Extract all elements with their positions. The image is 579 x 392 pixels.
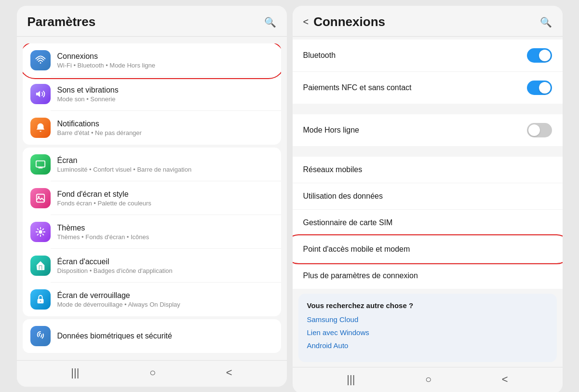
bluetooth-toggle[interactable]	[527, 48, 552, 63]
verrouillage-sublabel: Mode de déverrouillage • Always On Displ…	[57, 301, 273, 308]
fond-sublabel: Fonds écran • Palette de couleurs	[57, 200, 273, 207]
settings-item-sons[interactable]: Sons et vibrations Mode son • Sonnerie	[23, 77, 281, 111]
verrouillage-text: Écran de verrouillage Mode de déverrouil…	[57, 291, 273, 308]
settings-item-accueil[interactable]: Écran d'accueil Disposition • Badges d'i…	[23, 249, 281, 283]
left-panel-title: Paramètres	[27, 14, 96, 29]
biometrie-icon	[30, 326, 51, 346]
settings-item-verrouillage[interactable]: Écran de verrouillage Mode de déverrouil…	[23, 283, 281, 316]
detail-item-reseaux[interactable]: Réseaux mobiles	[293, 157, 563, 183]
right-bottom-nav: ||| ○ <	[293, 367, 563, 392]
nfc-label: Paiements NFC et sans contact	[303, 83, 412, 92]
section-group-1: Connexions Wi-Fi • Bluetooth • Mode Hors…	[23, 43, 281, 145]
detail-section-2: Mode Hors ligne	[293, 114, 563, 146]
connexions-sublabel: Wi-Fi • Bluetooth • Mode Hors ligne	[57, 62, 273, 69]
notifications-text: Notifications Barre d'état • Ne pas déra…	[57, 120, 273, 136]
suggestion-link-windows[interactable]: Lien avec Windows	[307, 328, 548, 337]
accueil-label: Écran d'accueil	[57, 257, 273, 266]
detail-item-utilisation[interactable]: Utilisation des données	[293, 183, 563, 210]
svg-point-0	[40, 62, 41, 64]
notifications-label: Notifications	[57, 120, 273, 128]
suggestion-title: Vous recherchez autre chose ?	[307, 301, 548, 310]
sons-text: Sons et vibrations Mode son • Sonnerie	[57, 86, 273, 103]
connexions-text: Connexions Wi-Fi • Bluetooth • Mode Hors…	[57, 52, 273, 69]
connexions-label: Connexions	[57, 52, 273, 61]
accueil-text: Écran d'accueil Disposition • Badges d'i…	[57, 257, 273, 274]
settings-item-ecran[interactable]: Écran Luminosité • Confort visuel • Barr…	[23, 148, 281, 181]
sons-label: Sons et vibrations	[57, 86, 273, 95]
bluetooth-label: Bluetooth	[303, 51, 336, 60]
accueil-sublabel: Disposition • Badges d'icône d'applicati…	[57, 267, 273, 274]
utilisation-label: Utilisation des données	[303, 192, 383, 201]
right-nav-back-icon[interactable]: <	[502, 373, 508, 386]
verrouillage-icon	[30, 289, 51, 310]
ecran-sublabel: Luminosité • Confort visuel • Barre de n…	[57, 166, 273, 173]
themes-sublabel: Thèmes • Fonds d'écran • Icônes	[57, 233, 273, 241]
nav-back-icon[interactable]: <	[226, 366, 232, 379]
sons-icon	[30, 84, 51, 104]
verrouillage-label: Écran de verrouillage	[57, 291, 273, 300]
right-back-button[interactable]: <	[303, 16, 309, 27]
right-header-left: < Connexions	[303, 14, 385, 29]
svg-point-6	[40, 300, 41, 302]
plus-label: Plus de paramètres de connexion	[303, 271, 418, 280]
fond-icon	[30, 188, 51, 208]
suggestion-link-android[interactable]: Android Auto	[307, 341, 548, 350]
right-nav-home-icon[interactable]: ○	[425, 373, 431, 386]
right-panel: < Connexions 🔍 Bluetooth Paiements NFC e…	[293, 6, 563, 392]
settings-item-themes[interactable]: Thèmes Thèmes • Fonds d'écran • Icônes	[23, 215, 281, 249]
detail-item-sim[interactable]: Gestionnaire de carte SIM	[293, 210, 563, 236]
fond-text: Fond d'écran et style Fonds écran • Pale…	[57, 190, 273, 207]
hors-ligne-label: Mode Hors ligne	[303, 126, 360, 135]
detail-item-bluetooth[interactable]: Bluetooth	[293, 40, 563, 72]
right-search-icon[interactable]: 🔍	[540, 16, 552, 28]
detail-section-3: Réseaux mobiles Utilisation des données …	[293, 157, 563, 289]
right-header: < Connexions 🔍	[293, 6, 563, 36]
suggestion-box: Vous recherchez autre chose ? Samsung Cl…	[298, 294, 557, 362]
reseaux-label: Réseaux mobiles	[303, 165, 363, 174]
detail-item-plus[interactable]: Plus de paramètres de connexion	[293, 263, 563, 289]
notifications-icon	[30, 118, 51, 138]
settings-item-fond[interactable]: Fond d'écran et style Fonds écran • Pale…	[23, 181, 281, 215]
connexions-icon	[30, 50, 51, 70]
right-panel-title: Connexions	[313, 14, 385, 29]
settings-item-notifications[interactable]: Notifications Barre d'état • Ne pas déra…	[23, 111, 281, 145]
section-group-2: Écran Luminosité • Confort visuel • Barr…	[23, 148, 281, 316]
detail-item-hors-ligne[interactable]: Mode Hors ligne	[293, 114, 563, 146]
gap-2	[293, 149, 563, 154]
themes-text: Thèmes Thèmes • Fonds d'écran • Icônes	[57, 224, 273, 241]
settings-item-connexions[interactable]: Connexions Wi-Fi • Bluetooth • Mode Hors…	[23, 43, 281, 77]
fond-label: Fond d'écran et style	[57, 190, 273, 199]
hotspot-label: Point d'accès mobile et modem	[303, 245, 410, 254]
right-nav-recent-icon[interactable]: |||	[347, 373, 355, 386]
ecran-icon	[30, 154, 51, 175]
gap-1	[293, 107, 563, 111]
sons-sublabel: Mode son • Sonnerie	[57, 95, 273, 103]
themes-icon	[30, 222, 51, 242]
biometrie-text: Données biométriques et sécurité	[57, 332, 273, 340]
settings-item-biometrie[interactable]: Données biométriques et sécurité	[23, 319, 281, 353]
svg-point-4	[39, 230, 42, 233]
sim-label: Gestionnaire de carte SIM	[303, 218, 393, 227]
ecran-label: Écran	[57, 156, 273, 165]
nav-home-icon[interactable]: ○	[149, 366, 156, 379]
left-bottom-nav: ||| ○ <	[17, 360, 287, 387]
nav-recent-icon[interactable]: |||	[71, 366, 79, 379]
detail-item-hotspot[interactable]: Point d'accès mobile et modem	[293, 236, 563, 263]
nfc-toggle[interactable]	[527, 81, 552, 95]
detail-section-1: Bluetooth Paiements NFC et sans contact	[293, 40, 563, 104]
detail-item-nfc[interactable]: Paiements NFC et sans contact	[293, 72, 563, 104]
svg-rect-1	[36, 161, 44, 167]
suggestion-link-samsung[interactable]: Samsung Cloud	[307, 315, 548, 324]
biometrie-label: Données biométriques et sécurité	[57, 332, 273, 340]
ecran-text: Écran Luminosité • Confort visuel • Barr…	[57, 156, 273, 173]
settings-list: Connexions Wi-Fi • Bluetooth • Mode Hors…	[17, 37, 287, 360]
notifications-sublabel: Barre d'état • Ne pas déranger	[57, 129, 273, 136]
left-search-icon[interactable]: 🔍	[264, 16, 276, 28]
left-header: Paramètres 🔍	[17, 6, 287, 36]
accueil-icon	[30, 256, 51, 276]
section-group-3: Données biométriques et sécurité	[23, 319, 281, 353]
hors-ligne-toggle[interactable]	[527, 123, 552, 137]
themes-label: Thèmes	[57, 224, 273, 232]
connexions-detail-list: Bluetooth Paiements NFC et sans contact …	[293, 37, 563, 367]
left-panel: Paramètres 🔍 Connexions Wi-Fi • Bluetoot…	[17, 6, 287, 387]
